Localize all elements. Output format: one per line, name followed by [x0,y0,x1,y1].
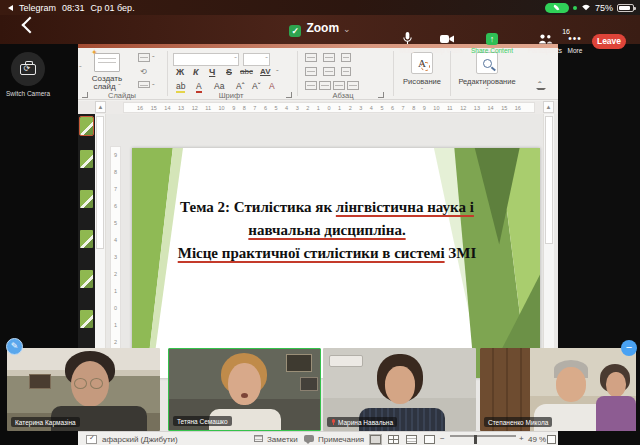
second-person-figure [596,396,636,431]
reset-slide-button[interactable]: ⟲ [140,67,147,76]
align-left-icon[interactable] [305,81,317,90]
section-button[interactable] [138,81,150,88]
video-tile-active-speaker[interactable]: Тетяна Семашко [168,348,321,431]
increase-indent-icon[interactable] [323,67,335,76]
annotation-pencil-button[interactable]: ✎ [6,338,23,355]
share-content-button[interactable]: ↑ Share Content [464,32,520,54]
title-caret-icon: ⌄ [343,24,351,34]
zoom-in-button[interactable]: + [519,434,524,443]
font-dialog-launcher-icon[interactable] [286,92,292,98]
switch-camera-button[interactable] [11,52,45,86]
slides-dialog-launcher-icon[interactable] [82,92,88,98]
back-to-app-label[interactable]: Telegram [19,3,56,13]
zoom-slider[interactable] [450,435,516,437]
slide-thumbnail[interactable] [80,150,93,168]
fit-to-window-icon[interactable] [547,435,556,444]
slide-title: Тема 2: Стилістика як лінгвістична наука… [162,196,492,265]
back-to-app-icon[interactable] [8,5,13,11]
slide-thumbnail[interactable] [80,310,93,328]
participant-name-label: Тетяна Семашко [173,416,232,426]
title-text: Тема 2: Стилістика як [180,199,336,215]
strikethrough-button[interactable]: S [226,67,232,77]
italic-button[interactable]: К [193,67,199,77]
participant-name-label: Катерина Кармазіна [11,417,80,427]
zoom-percent[interactable]: 49 % [528,435,546,444]
shadow-button[interactable]: abc [240,67,253,76]
bullets-icon[interactable] [305,53,317,62]
font-size-combobox[interactable] [243,53,270,66]
ribbon-overflow-chevron-icon[interactable]: ˇ [79,64,82,73]
notes-icon [254,435,263,442]
editing-button[interactable]: Редактирование [452,77,522,86]
align-right-icon[interactable] [333,81,345,90]
ribbon: ˇ Создать слайд ˇ ⟲ ˇ Слайды Ж К Ч S abc… [78,48,558,100]
slide-canvas[interactable]: Тема 2: Стилістика як лінгвістична наука… [132,148,540,378]
text-direction-icon[interactable] [341,67,351,76]
more-dots-icon: ••• [552,32,598,45]
numbering-icon[interactable] [323,53,335,62]
slide-layout-button[interactable] [138,53,150,62]
paragraph-dialog-launcher-icon[interactable] [378,92,384,98]
zoom-toolbar: ✓Zoom⌄ Mute Stop Video ↑ Share Content 1… [0,15,640,44]
font-name-combobox[interactable] [173,53,239,66]
spellcheck-icon[interactable] [86,435,97,444]
decrease-indent-icon[interactable] [305,67,317,76]
video-tile[interactable]: Катерина Кармазіна [7,348,160,431]
line-spacing-icon[interactable] [341,53,351,62]
notes-button[interactable]: Заметки [267,435,298,444]
slides-group-label: Слайды [92,91,152,100]
collapse-videos-button[interactable]: − [621,340,637,356]
normal-view-icon[interactable] [370,435,381,444]
slide-thumbnail[interactable] [80,230,93,248]
leave-button[interactable]: Leave [592,34,626,49]
underline-button[interactable]: Ч [209,67,215,77]
new-slide-button[interactable]: Создать слайд [80,75,134,91]
collapse-ribbon-icon[interactable] [536,88,546,94]
section-caret-icon: ˇ [152,82,155,91]
title-text-spellcheck: навчальна дисципліна. [248,222,405,238]
grow-font-button[interactable]: Аˆ [236,81,245,91]
video-tile[interactable]: Марина Навальна [323,348,476,431]
change-case-button[interactable]: Аа [214,81,225,91]
active-call-pill[interactable] [545,3,569,13]
main-scroll-up-icon[interactable]: ▲ [543,101,554,113]
slide-thumbnail-selected[interactable] [80,117,93,135]
phone-icon [553,4,560,11]
video-tile[interactable]: Степаненко Микола [480,348,636,431]
thumbnails-scroll-up-icon[interactable]: ▲ [95,101,106,113]
bold-button[interactable]: Ж [176,67,184,77]
muted-mic-icon [331,419,335,425]
slide-sorter-view-icon[interactable] [388,435,399,444]
participant-figure [241,393,248,398]
shrink-font-button[interactable]: Аˇ [252,81,261,91]
slideshow-view-icon[interactable] [424,435,435,444]
glasses [90,378,103,389]
drawing-icon: A [411,52,433,74]
character-spacing-button[interactable]: AV [260,67,271,76]
align-center-icon[interactable] [319,81,331,90]
editing-icon [476,52,498,74]
drawing-button[interactable]: Рисование [396,77,448,86]
font-group-label: Шрифт [198,91,264,100]
thumbnail-scrollbar-thumb[interactable] [96,116,104,249]
paragraph-group-label: Абзац [313,91,373,100]
zoom-slider-thumb[interactable] [474,435,477,444]
title-text: ЗМІ [445,245,477,261]
language-indicator[interactable]: афарский (Джибути) [102,435,178,444]
slide-thumbnail[interactable] [80,190,93,208]
main-scrollbar-thumb[interactable] [545,116,553,244]
more-button[interactable]: ••• More [552,32,598,54]
clear-formatting-button[interactable]: А [269,81,275,91]
verified-shield-icon: ✓ [289,25,301,37]
highlight-button[interactable]: ab [176,81,185,91]
picture-frame [29,374,51,389]
zoom-out-button[interactable]: − [440,434,445,443]
justify-icon[interactable] [347,81,359,90]
second-person-figure [606,372,626,397]
slide-thumbnail[interactable] [80,270,93,288]
reading-view-icon[interactable] [406,435,417,444]
comments-button[interactable]: Примечания [318,435,364,444]
font-color-button[interactable]: А [196,81,202,91]
participant-figure [385,366,415,404]
participant-figure [556,367,586,402]
